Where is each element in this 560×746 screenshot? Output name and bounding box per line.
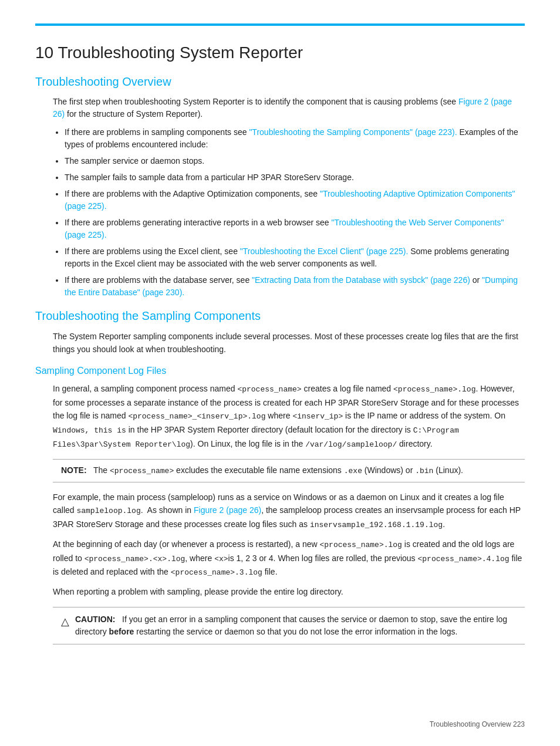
code-linux-dir: /var/log/sampleloop/ [305, 440, 397, 449]
code-process-name-note: <process_name> [110, 467, 174, 475]
code-inservsample-log: inservsample_192.168.1.19.log [310, 521, 443, 529]
page-footer: Troubleshooting Overview 223 [430, 720, 525, 728]
log-files-body: In general, a sampling component process… [53, 382, 525, 644]
log-files-para3: At the beginning of each day (or wheneve… [53, 538, 525, 579]
bullet-item-4: If there are problems with the Adaptive … [65, 188, 525, 212]
chapter-title: 10 Troubleshooting System Reporter [35, 43, 525, 62]
bullet-item-5: If there are problems generating interac… [65, 217, 525, 241]
code-x: <x> [214, 555, 228, 563]
code-process-name-1: <process_name> [237, 385, 301, 394]
code-inserv: <inserv_ip> [292, 412, 343, 421]
bullet-item-7: If there are problems with the database … [65, 274, 525, 299]
bullet-item-6: If there are problems using the Excel cl… [65, 245, 525, 270]
code-4-log: <process_name>.4.log [418, 555, 510, 563]
overview-intro: The first step when troubleshooting Syst… [53, 96, 525, 120]
code-process-name-new: <process_name>.log [319, 541, 402, 549]
caution-label: CAUTION: [75, 615, 115, 624]
code-log-2: <process_name>_<inserv_ip>.log [128, 412, 265, 421]
code-rolled-log: <process_name>.<x>.log [85, 555, 185, 563]
section-title-troubleshooting-overview: Troubleshooting Overview [35, 75, 525, 89]
sampling-intro: The System Reporter sampling components … [53, 330, 525, 356]
extracting-data-link[interactable]: "Extracting Data from the Database with … [252, 275, 470, 285]
excel-client-link[interactable]: "Troubleshooting the Excel Client" (page… [240, 247, 408, 256]
note-box: NOTE: The <process_name> excludes the ex… [53, 459, 525, 482]
figure2-link[interactable]: Figure 2 (page 26) [53, 97, 512, 119]
caution-text: CAUTION: If you get an error in a sampli… [75, 613, 517, 638]
bullet-item-3: The sampler fails to sample data from a … [65, 171, 525, 184]
code-sampleloop-log: sampleloop.log [76, 507, 140, 515]
web-server-link[interactable]: "Troubleshooting the Web Server Componen… [65, 218, 504, 239]
bullet-item-1: If there are problems in sampling compon… [65, 126, 525, 151]
sampling-components-link[interactable]: "Troubleshooting the Sampling Components… [249, 127, 457, 137]
overview-bullet-list: If there are problems in sampling compon… [65, 126, 525, 299]
subsection-title-log-files: Sampling Component Log Files [35, 366, 525, 376]
figure2-link-2[interactable]: Figure 2 (page 26) [194, 505, 261, 515]
log-files-para4: When reporting a problem with sampling, … [53, 585, 525, 598]
top-border [35, 23, 525, 26]
section-title-sampling-components: Troubleshooting the Sampling Components [35, 309, 525, 323]
code-3-log: <process_name>.3.log [171, 568, 262, 577]
note-label: NOTE: [61, 465, 87, 475]
adaptive-opt-link[interactable]: "Troubleshooting Adaptive Optimization C… [65, 189, 515, 211]
code-windows: Windows, this is [53, 426, 126, 435]
code-log-1: <process_name>.log [393, 385, 475, 394]
caution-icon: △ [61, 614, 69, 630]
log-files-para1: In general, a sampling component process… [53, 382, 525, 451]
bullet-item-2: The sampler service or daemon stops. [65, 155, 525, 167]
caution-box: △ CAUTION: If you get an error in a samp… [53, 607, 525, 644]
page: 10 Troubleshooting System Reporter Troub… [0, 0, 560, 746]
code-bin: .bin [415, 467, 433, 475]
caution-bold-before: before [109, 627, 134, 636]
code-exe: .exe [344, 467, 362, 475]
log-files-para2: For example, the main process (sampleloo… [53, 491, 525, 532]
